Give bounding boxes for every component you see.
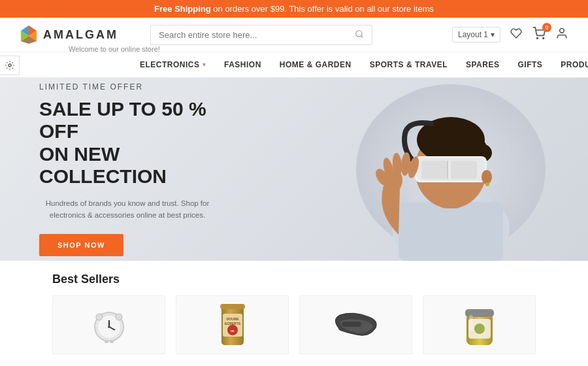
best-sellers-title: Best Sellers (52, 273, 536, 286)
svg-rect-13 (399, 202, 503, 261)
search-bar (150, 25, 372, 45)
product-image-3 (330, 302, 382, 348)
best-sellers-section: Best Sellers (0, 261, 588, 361)
logo[interactable]: AMALGAM (20, 24, 124, 45)
cart-button[interactable]: 0 (532, 27, 546, 42)
nav-label-fashion: FASHION (224, 60, 261, 69)
svg-rect-47 (220, 304, 245, 309)
hero-image (346, 78, 555, 261)
nav-label-home-garden: HOME & GARDEN (280, 60, 351, 69)
svg-point-53 (474, 324, 485, 334)
product-image-4 (453, 302, 506, 348)
svg-rect-21 (421, 161, 448, 179)
svg-text:DE: DE (231, 329, 235, 333)
wishlist-icon[interactable] (510, 27, 523, 42)
nav-item-gifts[interactable]: GIFTS (508, 52, 551, 77)
hero-content: LIMITED TIME OFFER SALE UP TO 50 % OFFON… (0, 78, 274, 261)
cart-count: 0 (542, 23, 551, 32)
svg-point-8 (537, 38, 538, 39)
nav-label-product-types: PRODUCT TYPES (561, 60, 588, 69)
svg-point-9 (543, 38, 544, 39)
svg-rect-48 (342, 322, 361, 327)
nav-label-spares: SPARES (466, 60, 499, 69)
svg-rect-39 (110, 340, 114, 343)
svg-line-7 (361, 35, 363, 37)
svg-point-10 (560, 28, 564, 33)
welcome-text: Welcome to our online store! (69, 45, 160, 53)
layout-label: Layout 1 (458, 30, 488, 39)
product-card-3[interactable] (299, 295, 412, 354)
header-actions: Layout 1 ▾ 0 (452, 27, 568, 43)
svg-point-30 (485, 182, 489, 186)
hero-banner: LIMITED TIME OFFER SALE UP TO 50 % OFFON… (0, 78, 588, 261)
logo-text: AMALGAM (43, 28, 118, 42)
svg-point-35 (108, 325, 110, 328)
product-card-2[interactable]: DOUWE EGBERTS DE (176, 295, 289, 354)
hero-illustration (346, 78, 555, 261)
nav-item-spares[interactable]: SPARES (457, 52, 508, 77)
nav-item-product-types[interactable]: PRODUCT TYPES ▾ (551, 52, 588, 77)
product-card-1[interactable] (52, 295, 165, 354)
search-icon[interactable] (355, 29, 364, 41)
svg-point-0 (8, 64, 11, 67)
hero-title: SALE UP TO 50 % OFFON NEW COLLECTION (39, 98, 235, 188)
banner-bold: Free Shipping (154, 4, 211, 14)
svg-text:DOUWE: DOUWE (226, 317, 239, 321)
settings-side-button[interactable] (0, 56, 20, 75)
nav-label-gifts: GIFTS (517, 60, 542, 69)
nav-item-sports-travel[interactable]: SPORTS & TRAVEL (361, 52, 457, 77)
nav-label-sports-travel: SPORTS & TRAVEL (370, 60, 448, 69)
svg-rect-22 (451, 161, 477, 179)
products-row: DOUWE EGBERTS DE (52, 295, 536, 354)
svg-rect-54 (469, 315, 473, 331)
promo-banner: Free Shipping on orders over $99. This o… (0, 0, 588, 18)
product-card-4[interactable] (423, 295, 536, 354)
hero-description: Hundreds of brands you know and trust. S… (39, 197, 216, 222)
electronics-caret-icon: ▾ (203, 61, 206, 68)
layout-caret-icon: ▾ (491, 30, 495, 39)
svg-point-36 (96, 314, 103, 320)
nav-item-fashion[interactable]: FASHION (215, 52, 270, 77)
shop-now-button[interactable]: SHOP NOW (39, 234, 123, 256)
svg-point-37 (116, 314, 122, 320)
product-image-1 (83, 302, 135, 348)
navigation: ELECTRONICS ▾ FASHION HOME & GARDEN SPOR… (0, 52, 588, 78)
logo-icon (20, 24, 38, 45)
layout-button[interactable]: Layout 1 ▾ (452, 27, 500, 42)
product-image-2: DOUWE EGBERTS DE (206, 302, 259, 348)
svg-point-6 (356, 30, 362, 36)
nav-item-home-garden[interactable]: HOME & GARDEN (270, 52, 361, 77)
svg-rect-38 (105, 340, 108, 343)
nav-label-electronics: ELECTRONICS (140, 60, 200, 69)
banner-text: on orders over $99. This offer is valid … (213, 4, 434, 14)
hero-subtitle: LIMITED TIME OFFER (39, 82, 235, 92)
search-input[interactable] (159, 30, 355, 40)
nav-item-electronics[interactable]: ELECTRONICS ▾ (131, 52, 215, 77)
svg-point-29 (482, 170, 492, 184)
account-icon[interactable] (555, 27, 568, 43)
